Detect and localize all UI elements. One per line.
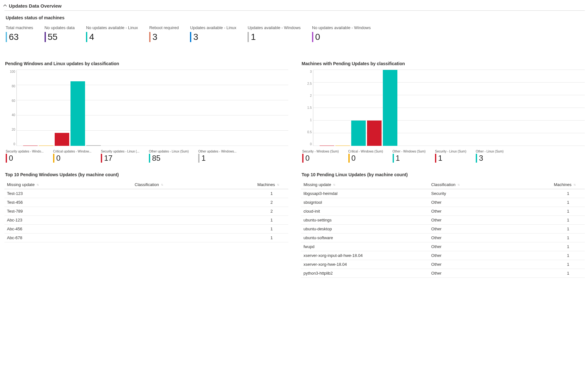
y-tick-label: 0 (4, 142, 15, 146)
legend-value: 85 (152, 154, 161, 162)
cell-update: ubuntu-settings (301, 216, 429, 225)
cell-machines: 1 (551, 260, 585, 269)
sort-icon: ↑↓ (277, 183, 279, 186)
pending-linux-table: Missing update↑↓Classification↑↓Machines… (301, 180, 585, 278)
table-row[interactable]: ubuntu-settingsOther1 (301, 216, 585, 225)
cell-classification: Other (429, 207, 551, 216)
legend-value: 3 (479, 154, 483, 162)
column-header[interactable]: Classification↑↓ (132, 180, 255, 189)
chart-bar[interactable] (39, 146, 53, 146)
cell-machines: 2 (255, 198, 288, 207)
cell-machines: 1 (551, 233, 585, 242)
y-tick-label: 0 (301, 142, 312, 146)
chart-bar[interactable] (320, 146, 334, 146)
cell-classification: Other (429, 269, 551, 278)
y-tick-label: 1.5 (301, 106, 312, 109)
y-tick-label: 100 (4, 70, 15, 73)
chart-bar[interactable] (367, 121, 382, 146)
table-row[interactable]: ubuntu-desktopOther1 (301, 225, 585, 233)
cell-classification: Other (429, 251, 551, 260)
legend-item[interactable]: Security updates - Linux (...17 (101, 150, 139, 163)
kpi-tile[interactable]: No updates available - Windows0 (312, 25, 371, 42)
legend-value: 0 (305, 154, 309, 162)
kpi-tile[interactable]: Total machines63 (6, 25, 33, 42)
table-row[interactable]: Abc-4561 (4, 225, 288, 233)
section-toggle[interactable]: Updates Data Overview (3, 2, 585, 10)
kpi-tile[interactable]: Updates available - Windows1 (248, 25, 301, 42)
kpi-tile[interactable]: No updates data55 (45, 25, 75, 42)
y-tick-label: 0.5 (301, 130, 312, 134)
cell-update: Test-789 (4, 207, 132, 216)
y-tick-label: 60 (4, 99, 15, 103)
legend-item[interactable]: Other updates - Windows...1 (198, 150, 236, 163)
chart-bar[interactable] (70, 81, 85, 146)
chart-bar[interactable] (351, 121, 366, 146)
table-row[interactable]: python3-httplib2Other1 (301, 269, 585, 278)
table-row[interactable]: Test-1231 (4, 189, 288, 198)
column-header[interactable]: Classification↑↓ (429, 180, 551, 189)
kpi-accent-bar (190, 32, 191, 42)
table-row[interactable]: xserver-xorg-input-all-hwe-18.04Other1 (301, 251, 585, 260)
cell-machines: 1 (551, 189, 585, 198)
legend-item[interactable]: Other - Windows (Sum)1 (393, 150, 426, 163)
column-header[interactable]: Missing update↑↓ (301, 180, 429, 189)
legend-item[interactable]: Other updates - Linux (Sum)85 (149, 150, 189, 163)
chart-title: Pending Windows and Linux updates by cla… (5, 61, 288, 66)
table-row[interactable]: fwupdOther1 (301, 242, 585, 251)
table-row[interactable]: ubuntu-softwareOther1 (301, 233, 585, 242)
legend-item[interactable]: Security - Windows (Sum)0 (302, 150, 339, 163)
pending-windows-table: Missing update↑↓Classification↑↓Machines… (4, 180, 288, 242)
chart-bar[interactable] (383, 70, 397, 146)
table-row[interactable]: Abc-6781 (4, 233, 288, 242)
legend-item[interactable]: Critical - Windows (Sum)0 (348, 150, 383, 163)
column-header[interactable]: Missing update↑↓ (4, 180, 132, 189)
legend-item[interactable]: Other - Linux (Sum)3 (476, 150, 504, 163)
cell-classification: Other (429, 233, 551, 242)
chevron-up-icon (3, 3, 7, 9)
kpi-accent-bar (86, 32, 87, 42)
table-row[interactable]: sbsigntoolOther1 (301, 198, 585, 207)
table-row[interactable]: cloud-initOther1 (301, 207, 585, 216)
column-header[interactable]: Machines↑↓ (255, 180, 288, 189)
legend-label: Security updates - Windo... (6, 150, 44, 153)
table-row[interactable]: xserver-xorg-hwe-18.04Other1 (301, 260, 585, 269)
kpi-label: Updates available - Linux (190, 25, 236, 30)
chart-bar[interactable] (23, 146, 38, 146)
status-subtitle: Updates status of machines (6, 15, 585, 20)
y-tick-label: 40 (4, 113, 15, 117)
cell-machines: 1 (255, 225, 288, 233)
table-row[interactable]: Test-4562 (4, 198, 288, 207)
column-label: Classification (431, 182, 456, 187)
legend-label: Critical updates - Window... (53, 150, 91, 153)
kpi-tile[interactable]: No updates available - Linux4 (86, 25, 138, 42)
column-header[interactable]: Machines↑↓ (551, 180, 585, 189)
kpi-tile[interactable]: Reboot required3 (149, 25, 179, 42)
legend-swatch (53, 154, 54, 163)
kpi-value: 3 (193, 33, 198, 41)
chart-panel-left: Pending Windows and Linux updates by cla… (4, 61, 288, 278)
table-row[interactable]: Test-7892 (4, 207, 288, 216)
legend-item[interactable]: Critical updates - Window...0 (53, 150, 91, 163)
cell-classification: Other (429, 198, 551, 207)
legend-swatch (6, 154, 7, 163)
cell-machines: 1 (551, 251, 585, 260)
legend-item[interactable]: Security updates - Windo...0 (6, 150, 44, 163)
cell-update: libgssapi3-heimdal (301, 189, 429, 198)
legend-label: Security updates - Linux (... (101, 150, 139, 153)
cell-update: fwupd (301, 242, 429, 251)
legend-label: Other updates - Linux (Sum) (149, 150, 189, 153)
cell-classification: Other (429, 260, 551, 269)
chart-bar[interactable] (86, 145, 101, 146)
table-row[interactable]: libgssapi3-heimdalSecurity1 (301, 189, 585, 198)
kpi-tile[interactable]: Updates available - Linux3 (190, 25, 236, 42)
cell-classification (132, 225, 255, 233)
kpi-accent-bar (6, 32, 7, 42)
kpi-value: 3 (152, 33, 157, 41)
legend-item[interactable]: Security - Linux (Sum)1 (435, 150, 466, 163)
table-row[interactable]: Abc-1231 (4, 216, 288, 225)
y-tick-label: 2 (301, 94, 312, 97)
sort-icon: ↑↓ (573, 183, 575, 186)
cell-machines: 1 (255, 233, 288, 242)
chart-bar[interactable] (55, 133, 69, 146)
chart-bar[interactable] (335, 146, 350, 146)
